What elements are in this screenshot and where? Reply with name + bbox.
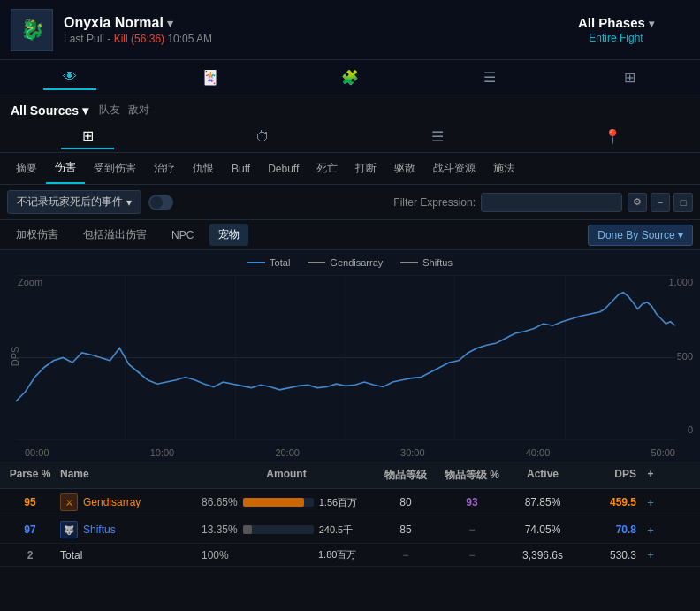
sub-tab-pet[interactable]: 宠物 — [209, 224, 248, 246]
player-icon-gendisarray: ⚔ — [60, 493, 78, 511]
player-name-gendisarray[interactable]: Gendisarray — [83, 496, 141, 508]
sub-tab-weighted[interactable]: 加权伤害 — [7, 224, 67, 246]
td-active-total: 3,396.6s — [507, 549, 578, 561]
filter-maximize-btn[interactable]: □ — [673, 193, 693, 212]
boss-dropdown-arrow[interactable]: ▾ — [167, 17, 173, 30]
death-filter-arrow: ▾ — [126, 196, 132, 209]
th-active: Active — [507, 468, 578, 483]
amount-bar-gendisarray — [243, 498, 314, 507]
td-ilevel-shiftus: 85 — [375, 523, 437, 536]
td-ipct-gendisarray: 93 — [437, 496, 507, 508]
nav-icon-eye[interactable]: 👁 — [43, 65, 96, 90]
tab-resources[interactable]: 战斗资源 — [424, 154, 484, 183]
puzzle-icon: 🧩 — [341, 69, 359, 86]
phase-dropdown-arrow[interactable]: ▾ — [649, 18, 654, 30]
view-icon-list[interactable]: ☰ — [411, 125, 464, 149]
td-expand-gendisarray[interactable]: + — [640, 496, 661, 509]
eye-icon: 👁 — [63, 69, 77, 85]
chart-x-labels: 00:00 10:00 20:00 30:00 40:00 50:00 — [25, 447, 675, 458]
td-dps-shiftus: 70.8 — [578, 523, 640, 536]
td-name-shiftus: 🐺 Shiftus — [57, 521, 198, 538]
parse-pct-shiftus: 97 — [4, 523, 57, 536]
tab-threat[interactable]: 仇恨 — [184, 154, 223, 183]
view-icon-clock[interactable]: ⏱ — [236, 125, 289, 149]
td-dps-gendisarray: 459.5 — [578, 496, 640, 508]
td-ipct-total: − — [437, 549, 507, 561]
data-table: Parse % Name Amount 物品等级 物品等级 % Active D… — [0, 462, 700, 567]
th-item-level: 物品等级 — [375, 468, 437, 483]
filter-expression-input[interactable] — [481, 193, 622, 212]
tab-casts[interactable]: 施法 — [484, 154, 523, 183]
tab-row: 摘要 伤害 受到伤害 治疗 仇恨 Buff Debuff 死亡 打断 驱散 战斗… — [0, 153, 700, 185]
nav-icon-cards[interactable]: 🃏 — [184, 65, 237, 90]
tab-damage-taken[interactable]: 受到伤害 — [85, 154, 145, 183]
legend-gendisarray: Gendisarray — [308, 257, 383, 268]
nav-icon-filter[interactable]: ☰ — [463, 65, 516, 90]
boss-name[interactable]: Onyxia Normal ▾ — [64, 15, 543, 31]
td-amount-total: 100% 1.80百万 — [198, 548, 375, 561]
th-amount: Amount — [198, 468, 375, 483]
table-row: 97 🐺 Shiftus 13.35% 240.5千 85 − 74.05% 7… — [0, 516, 700, 544]
th-plus[interactable]: + — [640, 468, 661, 483]
gear-icon: ⚙ — [633, 196, 642, 208]
clock-icon: ⏱ — [255, 129, 270, 145]
view-icons-row: ⊞ ⏱ ☰ 📍 — [0, 121, 700, 153]
done-by-source-btn[interactable]: Done By Source ▾ — [588, 225, 693, 246]
view-icon-pin[interactable]: 📍 — [586, 125, 639, 149]
legend-shiftus: Shiftus — [400, 257, 453, 268]
pin-icon: 📍 — [604, 128, 621, 145]
tab-buff[interactable]: Buff — [223, 156, 259, 182]
source-sub: 队友 敌对 — [99, 103, 149, 118]
amount-pct-total: 100% — [202, 549, 237, 561]
tab-damage[interactable]: 伤害 — [46, 153, 85, 184]
ally-filter[interactable]: 队友 — [99, 103, 120, 116]
player-icon-shiftus: 🐺 — [60, 521, 78, 538]
header-left: Onyxia Normal ▾ Last Pull - Kill (56:36)… — [64, 15, 543, 45]
filter-gear-btn[interactable]: ⚙ — [628, 193, 647, 212]
tab-healing[interactable]: 治疗 — [145, 154, 184, 183]
pull-info: Last Pull - Kill (56:36) 10:05 AM — [64, 33, 543, 45]
tab-summary[interactable]: 摘要 — [7, 154, 46, 183]
td-amount-gendisarray: 86.65% 1.56百万 — [198, 496, 375, 509]
chart-legend: Total Gendisarray Shiftus — [247, 257, 453, 268]
nav-icon-grid[interactable]: ⊞ — [604, 65, 657, 90]
td-expand-total[interactable]: + — [640, 548, 661, 561]
table-header: Parse % Name Amount 物品等级 物品等级 % Active D… — [0, 462, 700, 489]
header-center: All Phases ▾ Entire Fight — [578, 15, 654, 44]
header: 🐉 Onyxia Normal ▾ Last Pull - Kill (56:3… — [0, 0, 700, 60]
filter-row: 不记录玩家死后的事件 ▾ Filter Expression: ⚙ − □ — [0, 185, 700, 220]
amount-val-gendisarray: 1.56百万 — [319, 496, 357, 509]
tab-interrupt[interactable]: 打断 — [346, 154, 385, 183]
th-parse: Parse % — [4, 468, 57, 483]
source-label[interactable]: All Sources ▾ — [11, 103, 88, 118]
filter-icon: ☰ — [483, 69, 496, 86]
filter-actions: ⚙ − □ — [628, 193, 693, 212]
td-expand-shiftus[interactable]: + — [640, 523, 661, 537]
nav-icon-puzzle[interactable]: 🧩 — [323, 65, 377, 90]
nav-icons-row: 👁 🃏 🧩 ☰ ⊞ — [0, 60, 700, 95]
td-name-gendisarray: ⚔ Gendisarray — [57, 493, 198, 511]
table-row-total: 2 Total 100% 1.80百万 − − 3,396.6s 530.3 + — [0, 544, 700, 567]
sub-tab-overflow[interactable]: 包括溢出伤害 — [74, 224, 156, 246]
parse-pct-total: 2 — [4, 549, 57, 561]
th-name: Name — [57, 468, 198, 483]
tab-death[interactable]: 死亡 — [308, 154, 346, 183]
player-name-shiftus[interactable]: Shiftus — [83, 523, 116, 536]
filter-minimize-btn[interactable]: − — [651, 193, 670, 212]
td-active-shiftus: 74.05% — [507, 523, 578, 536]
death-filter-btn[interactable]: 不记录玩家死后的事件 ▾ — [7, 190, 141, 214]
phase-name[interactable]: All Phases ▾ — [578, 15, 654, 30]
list-icon: ☰ — [431, 128, 444, 145]
legend-total: Total — [247, 257, 290, 268]
filter-right: Filter Expression: ⚙ − □ — [393, 193, 693, 212]
sub-tab-npc[interactable]: NPC — [163, 225, 202, 245]
amount-bar-shiftus — [243, 525, 314, 534]
td-ipct-shiftus: − — [437, 523, 507, 536]
view-icon-table[interactable]: ⊞ — [61, 125, 114, 149]
tab-dispel[interactable]: 驱散 — [385, 154, 424, 183]
source-row: All Sources ▾ 队友 敌对 — [0, 95, 700, 121]
toggle-switch[interactable] — [148, 195, 173, 210]
chart-svg — [16, 275, 675, 440]
enemy-filter[interactable]: 敌对 — [128, 103, 149, 116]
tab-debuff[interactable]: Debuff — [259, 156, 308, 182]
